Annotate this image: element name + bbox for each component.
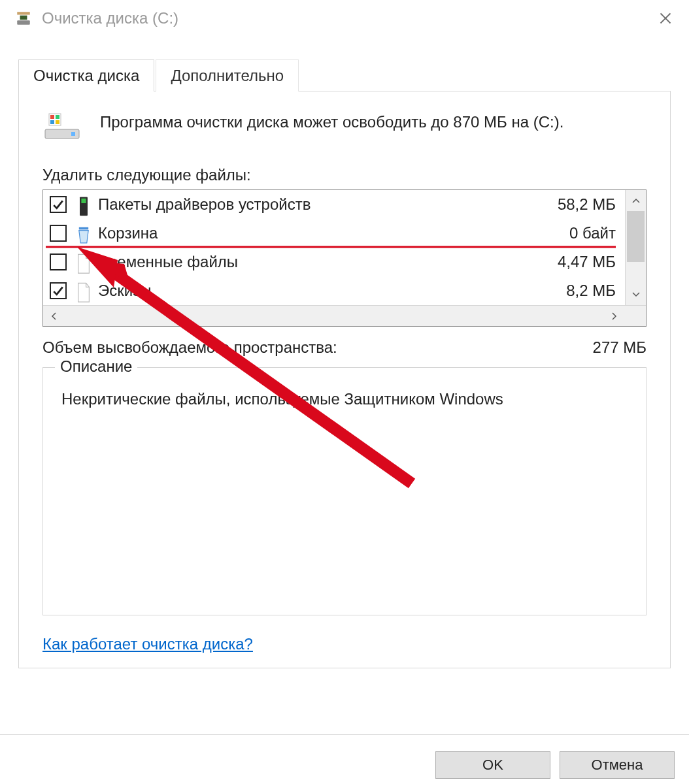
disk-cleanup-icon xyxy=(14,9,33,27)
file-icon xyxy=(76,282,92,300)
files-label: Удалить следующие файлы: xyxy=(42,166,647,184)
totals-value: 277 МБ xyxy=(593,338,647,357)
checkbox[interactable] xyxy=(50,253,67,270)
svg-rect-9 xyxy=(56,115,59,119)
help-link[interactable]: Как работает очистка диска? xyxy=(42,635,253,653)
chevron-down-icon xyxy=(632,292,640,297)
tab-cleanup[interactable]: Очистка диска xyxy=(18,59,154,91)
tab-cleanup-label: Очистка диска xyxy=(33,67,139,84)
cancel-button-label: Отмена xyxy=(592,757,643,774)
scroll-left-button[interactable] xyxy=(43,306,64,326)
file-icon xyxy=(76,253,92,271)
list-item[interactable]: Временные файлы 4,47 МБ xyxy=(43,248,625,276)
svg-rect-1 xyxy=(17,12,30,14)
list-item-size: 58,2 МБ xyxy=(558,195,618,214)
list-item-label: Пакеты драйверов устройств xyxy=(98,195,552,214)
description-legend: Описание xyxy=(55,357,137,376)
list-item-label: Временные файлы xyxy=(98,253,552,271)
checkbox[interactable] xyxy=(50,225,67,242)
description-text: Некритические файлы, используемые Защитн… xyxy=(61,390,628,408)
scroll-right-button[interactable] xyxy=(604,306,625,326)
tab-advanced-label: Дополнительно xyxy=(171,67,284,84)
scroll-corner xyxy=(625,306,646,326)
checkbox[interactable] xyxy=(50,282,67,299)
drive-icon xyxy=(42,111,82,142)
svg-rect-0 xyxy=(17,20,30,25)
horizontal-scrollbar[interactable] xyxy=(43,305,646,326)
summary-row: Программа очистки диска может освободить… xyxy=(42,111,647,142)
titlebar: Очистка диска (C:) xyxy=(0,0,689,37)
svg-rect-8 xyxy=(50,115,54,119)
list-item[interactable]: Корзина 0 байт xyxy=(43,219,625,248)
totals-label: Объем высвобождаемого пространства: xyxy=(42,338,337,357)
tab-content: Программа очистки диска может освободить… xyxy=(18,91,671,668)
list-item-size: 4,47 МБ xyxy=(558,253,618,271)
file-list: Пакеты драйверов устройств 58,2 МБ Корзи… xyxy=(42,189,647,327)
scroll-track[interactable] xyxy=(626,211,646,284)
chevron-left-icon xyxy=(51,312,56,320)
list-item[interactable]: Эскизы 8,2 МБ xyxy=(43,276,625,305)
recycle-bin-icon xyxy=(76,224,92,242)
scroll-track[interactable] xyxy=(64,306,604,326)
tab-advanced[interactable]: Дополнительно xyxy=(156,59,299,91)
close-icon xyxy=(659,12,672,25)
svg-rect-10 xyxy=(50,120,54,124)
svg-rect-6 xyxy=(71,132,75,136)
ok-button[interactable]: OK xyxy=(435,751,550,779)
checkbox[interactable] xyxy=(50,196,67,213)
svg-rect-2 xyxy=(20,16,27,20)
description-groupbox: Описание Некритические файлы, используем… xyxy=(42,367,647,615)
scroll-thumb[interactable] xyxy=(627,211,645,262)
device-icon xyxy=(76,195,92,214)
close-button[interactable] xyxy=(645,4,686,33)
window-title: Очистка диска (C:) xyxy=(42,9,178,27)
ok-button-label: OK xyxy=(482,757,503,774)
cancel-button[interactable]: Отмена xyxy=(560,751,675,779)
list-item-size: 0 байт xyxy=(569,224,618,242)
file-rows: Пакеты драйверов устройств 58,2 МБ Корзи… xyxy=(43,190,625,305)
list-item-label: Эскизы xyxy=(98,282,561,300)
svg-rect-13 xyxy=(81,199,86,203)
chevron-up-icon xyxy=(632,198,640,203)
svg-rect-11 xyxy=(56,120,59,124)
list-item[interactable]: Пакеты драйверов устройств 58,2 МБ xyxy=(43,190,625,219)
chevron-right-icon xyxy=(612,312,617,320)
dialog-window: Очистка диска (C:) Очистка диска Дополни… xyxy=(0,0,689,784)
tab-strip: Очистка диска Дополнительно xyxy=(18,59,671,91)
summary-text: Программа очистки диска может освободить… xyxy=(100,111,563,134)
scroll-down-button[interactable] xyxy=(626,284,646,305)
list-item-label: Корзина xyxy=(98,224,564,242)
list-item-size: 8,2 МБ xyxy=(566,282,618,300)
vertical-scrollbar[interactable] xyxy=(625,190,646,305)
totals-row: Объем высвобождаемого пространства: 277 … xyxy=(42,338,647,357)
scroll-up-button[interactable] xyxy=(626,190,646,211)
svg-rect-14 xyxy=(79,227,88,230)
button-bar: OK Отмена xyxy=(0,734,689,784)
help-link-label: Как работает очистка диска? xyxy=(42,635,253,653)
